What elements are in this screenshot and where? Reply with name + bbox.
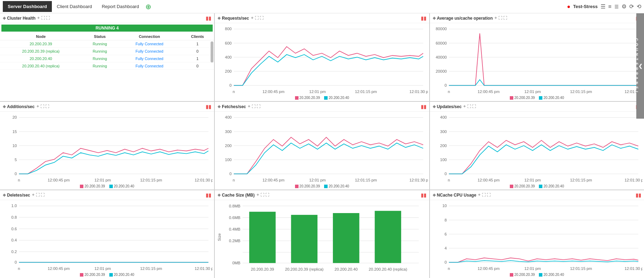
main-grid: ◆ Cluster Health ✦ ⛶ ⛶ ▮▮ RUNNING 4 Node… <box>0 13 644 278</box>
fetch-legend-node1: 20.200.20.39 <box>300 184 320 188</box>
cpu-legend-node1: 20.200.20.39 <box>514 273 535 277</box>
svg-text:40000: 40000 <box>436 55 446 59</box>
upd-legend-node2: 20.200.20.40 <box>543 184 564 188</box>
fetches-header: ◆ Fetches/sec ✦ ⛶ ⛶ ▮▮ <box>215 102 429 112</box>
svg-text:12:01:30 p: 12:01:30 p <box>624 266 643 271</box>
fetches-pause-button[interactable]: ▮▮ <box>421 104 426 110</box>
ncache-cpu-controls[interactable]: ✦ ⛶ ⛶ <box>478 193 491 197</box>
svg-text:n: n <box>448 178 450 182</box>
svg-text:12:01:15 pm: 12:01:15 pm <box>570 266 592 271</box>
additions-icon: ◆ <box>3 104 6 109</box>
avg-legend-node1: 20.200.20.39 <box>514 96 535 100</box>
svg-text:12:00:45 pm: 12:00:45 pm <box>478 266 500 271</box>
refresh2-icon[interactable]: ⟲ <box>637 3 641 10</box>
ncache-cpu-header: ◆ NCache CPU Usage ✦ ⛶ ⛶ ▮▮ <box>430 190 644 200</box>
node-cell: 20.200.20.40 <box>0 55 82 62</box>
additions-legend: 20.200.20.39 20.200.20.40 <box>1 184 213 189</box>
svg-text:12:01:30 p: 12:01:30 p <box>410 178 428 182</box>
cluster-pause-button[interactable]: ▮▮ <box>206 15 211 21</box>
ncache-cpu-chart-area: 10 8 6 4 0 n 12:00:45 pm 12:01 pm 12:01:… <box>431 201 643 272</box>
cluster-header: ◆ Cluster Health ✦ ⛶ ⛶ ▮▮ <box>0 13 214 23</box>
col-clients: Clients <box>181 33 214 40</box>
svg-text:200: 200 <box>440 144 447 148</box>
deletes-chart-svg: 1.0 0.8 0.6 0.4 0.2 0 n 12:00:45 pm 12:0… <box>1 201 213 272</box>
refresh-icon[interactable]: ⟳ <box>629 3 634 10</box>
cache-size-pause-button[interactable]: ▮▮ <box>421 192 426 198</box>
svg-text:12:01:15 pm: 12:01:15 pm <box>140 266 162 271</box>
requests-pause-button[interactable]: ▮▮ <box>421 15 426 21</box>
svg-text:400: 400 <box>225 115 232 119</box>
updates-chart-content: 400 300 200 100 0 n 12:00:45 pm 12:01 pm… <box>430 112 644 190</box>
updates-chart-svg: 400 300 200 100 0 n 12:00:45 pm 12:01 pm… <box>431 113 643 184</box>
cluster-controls[interactable]: ✦ ⛶ ⛶ <box>37 16 50 20</box>
svg-text:12:00:45 pm: 12:00:45 pm <box>262 178 285 182</box>
svg-text:10: 10 <box>12 144 17 148</box>
server-dashboard-tab[interactable]: Server Dashboard <box>3 1 52 12</box>
col-status: Status <box>82 33 118 40</box>
svg-text:20.200.20.39: 20.200.20.39 <box>251 267 274 271</box>
deletes-controls[interactable]: ✦ ⛶ ⛶ <box>32 193 44 197</box>
svg-text:n: n <box>448 266 450 271</box>
avg-cache-controls[interactable]: ✦ ⛶ ⛶ <box>494 16 507 20</box>
svg-text:300: 300 <box>440 130 447 134</box>
svg-text:0.2MB: 0.2MB <box>229 239 241 243</box>
report-dashboard-tab[interactable]: Report Dashboard <box>97 1 144 12</box>
legend-node1: 20.200.20.39 <box>300 96 320 100</box>
updates-legend: 20.200.20.39 20.200.20.40 <box>431 184 643 189</box>
svg-text:12:01 pm: 12:01 pm <box>95 178 111 182</box>
menu-lines2-icon[interactable]: ≡ <box>608 4 611 10</box>
svg-rect-104 <box>249 212 276 263</box>
fetches-chart-area: 400 300 200 100 0 n 12:00:45 pm 12:01 pm… <box>216 113 427 184</box>
fetches-controls[interactable]: ✦ ⛶ ⛶ <box>247 104 260 109</box>
fetch-legend-node2: 20.200.20.40 <box>329 184 349 188</box>
scrollbar[interactable] <box>211 41 213 62</box>
settings-icon[interactable]: ⚙ <box>622 3 626 10</box>
cluster-table: Node Status Connection Clients 20.200.20… <box>0 33 214 70</box>
updates-chart-area: 400 300 200 100 0 n 12:00:45 pm 12:01 pm… <box>431 113 643 184</box>
table-row: 20.200.20.40 Running Fully Connected 1 <box>0 55 214 62</box>
cache-size-chart-content: 0.8MB 0.6MB 0.4MB 0.2MB 0MB Size <box>215 200 429 278</box>
ncache-cpu-chart-content: 10 8 6 4 0 n 12:00:45 pm 12:01 pm 12:01:… <box>430 200 644 278</box>
svg-text:n: n <box>448 90 450 94</box>
requests-controls[interactable]: ✦ ⛶ ⛶ <box>251 16 263 20</box>
del-legend-node2: 20.200.20.40 <box>114 273 134 277</box>
counter-arrow-icon: ❮ <box>638 63 643 69</box>
cache-size-title: Cache Size (MB) <box>222 193 254 198</box>
svg-text:20.200.20.40 (replica): 20.200.20.40 (replica) <box>369 267 407 271</box>
menu-lines-icon[interactable]: ☰ <box>601 3 605 10</box>
ncache-cpu-pause-button[interactable]: ▮▮ <box>636 192 641 198</box>
node-cell: 20.200.20.39 (replica) <box>0 48 82 55</box>
brand-label: Test-Stress <box>573 4 598 9</box>
svg-text:6: 6 <box>444 232 446 236</box>
svg-rect-105 <box>291 215 317 263</box>
svg-text:0.4: 0.4 <box>11 238 17 242</box>
cache-size-header: ◆ Cache Size (MB) ✦ ⛶ ⛶ ▮▮ <box>215 190 429 200</box>
connection-cell: Fully Connected <box>118 55 181 62</box>
avg-legend-node2: 20.200.20.40 <box>543 96 564 100</box>
counter-panel-tab[interactable]: ❮ C O U N T E R P A N E L <box>636 13 644 119</box>
col-connection: Connection <box>118 33 181 40</box>
svg-text:0MB: 0MB <box>232 261 240 265</box>
additions-pause-button[interactable]: ▮▮ <box>206 104 211 110</box>
svg-text:12:01:15 pm: 12:01:15 pm <box>140 178 162 182</box>
client-dashboard-tab[interactable]: Client Dashboard <box>52 1 97 12</box>
clients-cell: 1 <box>181 55 214 62</box>
fetches-title: Fetches/sec <box>222 104 246 109</box>
svg-text:12:00:45 pm: 12:00:45 pm <box>48 266 70 271</box>
svg-rect-107 <box>375 211 401 263</box>
updates-controls[interactable]: ✦ ⛶ ⛶ <box>463 104 476 109</box>
connection-cell: Fully Connected <box>118 62 181 70</box>
additions-chart-area: 20 15 10 5 0 n 12:00:45 pm 12:01 pm 12:0… <box>1 113 213 184</box>
svg-text:200: 200 <box>225 144 232 148</box>
cache-size-controls[interactable]: ✦ ⛶ ⛶ <box>256 193 269 197</box>
deletes-pause-button[interactable]: ▮▮ <box>206 192 211 198</box>
svg-text:Size: Size <box>217 233 221 241</box>
ncache-cpu-title: NCache CPU Usage <box>437 193 477 198</box>
menu-lines3-icon[interactable]: ≣ <box>614 3 619 10</box>
additions-controls[interactable]: ✦ ⛶ ⛶ <box>36 104 49 109</box>
svg-text:12:01:15 pm: 12:01:15 pm <box>355 178 377 182</box>
ncache-cpu-panel: ◆ NCache CPU Usage ✦ ⛶ ⛶ ▮▮ 10 8 6 4 0 <box>430 190 644 278</box>
add-tab-button[interactable]: ⊕ <box>145 3 151 10</box>
svg-text:12:01 pm: 12:01 pm <box>524 178 541 182</box>
svg-text:300: 300 <box>225 130 232 134</box>
